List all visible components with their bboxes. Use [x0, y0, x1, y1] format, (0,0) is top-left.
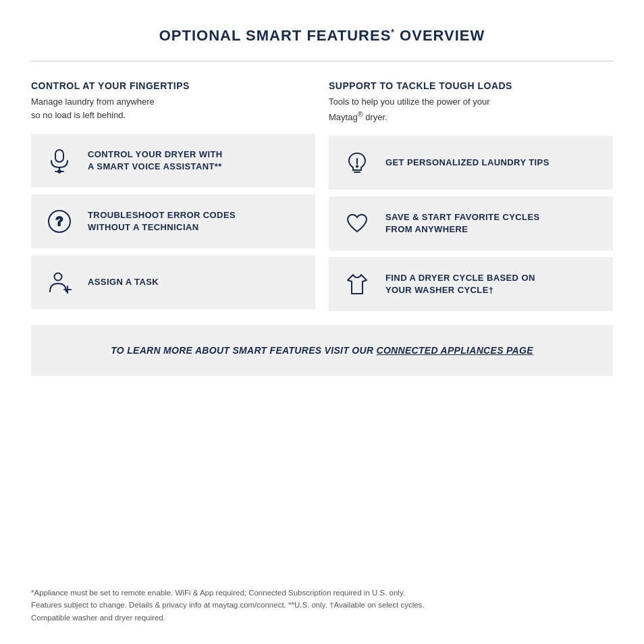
question-circle-icon: ? — [43, 205, 76, 238]
microphone-icon — [43, 144, 76, 177]
page-title: OPTIONAL SMART FEATURES* OVERVIEW — [31, 27, 613, 45]
troubleshoot-label: TROUBLESHOOT ERROR CODESWITHOUT A TECHNI… — [88, 209, 236, 234]
left-column: CONTROL AT YOUR FINGERTIPS Manage laundr… — [31, 80, 315, 311]
right-feature-cards: GET PERSONALIZED LAUNDRY TIPS SAVE & STA… — [329, 136, 613, 311]
feature-card-favorite-cycles: SAVE & START FAVORITE CYCLESFROM ANYWHER… — [329, 196, 613, 250]
voice-assistant-label: CONTROL YOUR DRYER WITHA SMART VOICE ASS… — [88, 149, 223, 173]
dryer-cycle-label: FIND A DRYER CYCLE BASED ONYOUR WASHER C… — [385, 272, 535, 296]
right-column: SUPPORT TO TACKLE TOUGH LOADS Tools to h… — [329, 80, 613, 311]
assign-task-label: ASSIGN A TASK — [88, 276, 159, 288]
connected-appliances-link[interactable]: CONNECTED APPLIANCES PAGE — [377, 345, 533, 356]
left-column-title: CONTROL AT YOUR FINGERTIPS — [31, 80, 315, 91]
feature-card-voice-assistant: CONTROL YOUR DRYER WITHA SMART VOICE ASS… — [31, 134, 315, 188]
feature-card-troubleshoot: ? TROUBLESHOOT ERROR CODESWITHOUT A TECH… — [31, 194, 315, 248]
heart-icon — [341, 207, 373, 240]
footnote: *Appliance must be set to remote enable.… — [31, 566, 613, 624]
feature-card-assign-task: ASSIGN A TASK — [31, 255, 315, 309]
svg-point-12 — [356, 166, 358, 167]
right-column-desc: Tools to help you utilize the power of y… — [329, 95, 613, 124]
main-columns: CONTROL AT YOUR FINGERTIPS Manage laundr… — [31, 80, 613, 311]
bottom-banner: TO LEARN MORE ABOUT SMART FEATURES VISIT… — [31, 325, 613, 376]
left-column-desc: Manage laundry from anywhereso no load i… — [31, 95, 315, 122]
left-feature-cards: CONTROL YOUR DRYER WITHA SMART VOICE ASS… — [31, 134, 315, 309]
person-add-icon — [43, 266, 76, 298]
svg-rect-0 — [55, 150, 63, 162]
lightbulb-icon — [341, 146, 373, 179]
banner-text: TO LEARN MORE ABOUT SMART FEATURES VISIT… — [45, 345, 599, 356]
feature-card-dryer-cycle: FIND A DRYER CYCLE BASED ONYOUR WASHER C… — [329, 257, 613, 311]
favorite-cycles-label: SAVE & START FAVORITE CYCLESFROM ANYWHER… — [385, 211, 540, 236]
svg-text:?: ? — [56, 215, 63, 228]
divider — [31, 61, 613, 61]
page-wrapper: OPTIONAL SMART FEATURES* OVERVIEW CONTRO… — [0, 0, 644, 644]
right-column-title: SUPPORT TO TACKLE TOUGH LOADS — [329, 80, 613, 91]
shirt-icon — [341, 268, 373, 300]
laundry-tips-label: GET PERSONALIZED LAUNDRY TIPS — [385, 157, 549, 169]
svg-point-6 — [55, 273, 62, 281]
feature-card-laundry-tips: GET PERSONALIZED LAUNDRY TIPS — [329, 136, 613, 190]
svg-point-3 — [58, 170, 61, 173]
